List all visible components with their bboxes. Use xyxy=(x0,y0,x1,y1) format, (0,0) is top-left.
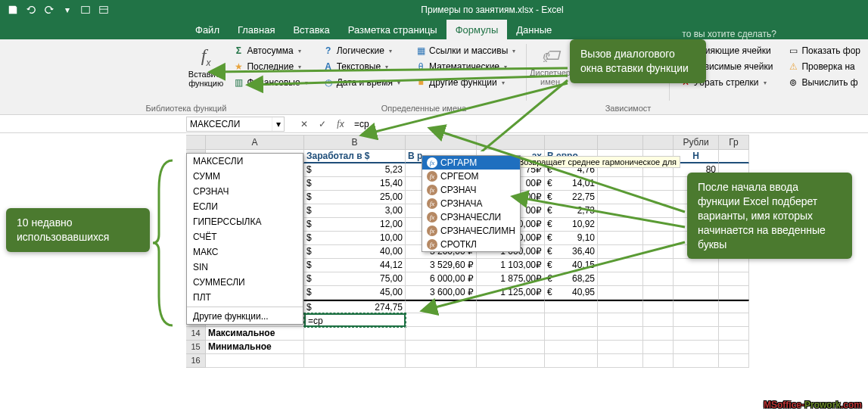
bracket-icon xyxy=(151,159,174,327)
active-cell[interactable]: =ср xyxy=(304,313,406,327)
fx-icon: fx xyxy=(427,171,437,182)
tab-formulas[interactable]: Формулы xyxy=(446,20,508,39)
recent-button[interactable]: ★Последние▾ xyxy=(230,60,310,73)
show-formulas-button[interactable]: ▭Показать фор xyxy=(785,44,863,58)
qat-icon3[interactable] xyxy=(95,2,112,18)
mru-item[interactable]: СРЗНАЧ xyxy=(187,184,303,199)
tab-home[interactable]: Главная xyxy=(229,20,284,39)
suggest-item[interactable]: fxСРЗНАЧЕСЛИМН xyxy=(422,224,520,238)
mru-item[interactable]: ГИПЕРССЫЛКА xyxy=(187,214,303,229)
lookup-button[interactable]: ▦Ссылки и массивы▾ xyxy=(412,44,518,58)
fx-icon: fx xyxy=(427,185,437,195)
col-header-I[interactable]: Гр xyxy=(719,135,749,150)
group-label-audit: Зависимост xyxy=(530,104,726,113)
recent-functions-dropdown: МАКСЕСЛИСУММСРЗНАЧЕСЛИГИПЕРССЫЛКАСЧЁТМАК… xyxy=(186,153,303,325)
save-icon[interactable] xyxy=(5,2,21,18)
undo-icon[interactable] xyxy=(23,2,39,18)
evaluate-button[interactable]: ⊚Вычислить ф xyxy=(785,76,863,89)
more-icon: ■ xyxy=(415,77,426,88)
redo-icon[interactable] xyxy=(41,2,58,18)
formula-input[interactable] xyxy=(350,117,868,132)
mru-item[interactable]: ПЛТ xyxy=(187,290,303,305)
warn-icon: ⚠ xyxy=(788,61,798,72)
mru-item[interactable]: SIN xyxy=(187,260,303,275)
tab-insert[interactable]: Вставка xyxy=(284,20,338,39)
col-header-A[interactable]: A xyxy=(206,135,304,150)
suggest-item[interactable]: fxСРГАРМ xyxy=(422,156,520,170)
fx-button[interactable]: fx xyxy=(331,117,350,132)
mru-item[interactable]: СЧЁТ xyxy=(187,229,303,244)
callout-autocomplete: После начала ввода функции Excel подбере… xyxy=(687,173,852,259)
show-icon: ▭ xyxy=(788,45,798,56)
accept-formula-button[interactable]: ✓ xyxy=(313,117,331,132)
financial-button[interactable]: ▥Финансовые▾ xyxy=(230,76,310,89)
fx-icon: fx xyxy=(427,157,437,168)
theta-icon: θ xyxy=(415,61,426,72)
tab-file[interactable]: Файл xyxy=(186,20,229,39)
tag-icon: 🏷 xyxy=(541,45,559,67)
watermark: MSoffice-Prowork.com xyxy=(764,393,862,412)
tab-layout[interactable]: Разметка страницы xyxy=(339,20,446,39)
clock-icon: ◷ xyxy=(323,77,334,88)
name-box-dropdown[interactable]: ▾ xyxy=(272,117,284,131)
eval-icon: ⊚ xyxy=(788,77,798,88)
suggest-item[interactable]: fxСРЗНАЧА xyxy=(422,197,520,210)
fx-icon: fx xyxy=(427,198,437,209)
logical-icon: ? xyxy=(323,45,334,56)
function-autocomplete: fxСРГАРМfxСРГЕОМfxСРЗНАЧfxСРЗНАЧАfxСРЗНА… xyxy=(422,155,521,252)
more-functions-item[interactable]: Другие функции... xyxy=(187,309,303,324)
group-label-names: Определенные имена xyxy=(348,104,499,113)
autosum-button[interactable]: ΣАвтосумма▾ xyxy=(230,44,310,58)
fx-icon: fx xyxy=(427,239,437,250)
mru-item[interactable]: СУММЕСЛИ xyxy=(187,275,303,290)
financial-icon: ▥ xyxy=(233,77,244,88)
cancel-formula-button[interactable]: ✕ xyxy=(295,117,313,132)
fx-icon: fx xyxy=(201,45,211,68)
suggest-item[interactable]: fxСРЗНАЧ xyxy=(422,183,520,197)
svg-rect-1 xyxy=(100,7,108,14)
star-icon: ★ xyxy=(233,61,244,72)
mru-item[interactable]: СУММ xyxy=(187,169,303,184)
suggest-item[interactable]: fxСРЗНАЧЕСЛИ xyxy=(422,210,520,224)
name-box[interactable]: МАКСЕСЛИ ▾ xyxy=(186,117,285,132)
mru-item[interactable]: ЕСЛИ xyxy=(187,199,303,214)
mru-item[interactable]: МАКСЕСЛИ xyxy=(187,154,303,169)
date-button[interactable]: ◷Дата и время▾ xyxy=(320,76,403,89)
col-header-H[interactable]: Рубли xyxy=(674,135,719,150)
math-button[interactable]: θМатематические▾ xyxy=(412,60,518,73)
qat-icon2[interactable] xyxy=(77,2,94,18)
function-description: Возвращает среднее гармоническое для xyxy=(515,156,680,168)
callout-recent: 10 недавно использовавшихся xyxy=(6,208,150,252)
error-check-button[interactable]: ⚠Проверка на xyxy=(785,60,863,73)
fx-icon: fx xyxy=(427,226,437,236)
suggest-item[interactable]: fxСРОТКЛ xyxy=(422,238,520,251)
qat-icon[interactable]: ▾ xyxy=(59,2,76,18)
tab-data[interactable]: Данные xyxy=(507,20,561,39)
logical-button[interactable]: ?Логические▾ xyxy=(320,44,403,58)
tell-me[interactable]: то вы хотите сделать? xyxy=(682,29,776,39)
sigma-icon: Σ xyxy=(233,45,244,56)
col-header-B[interactable]: B xyxy=(304,135,406,150)
window-title: Примеры по занятиям.xlsx - Excel xyxy=(117,5,868,15)
lookup-icon: ▦ xyxy=(415,45,426,56)
text-button[interactable]: AТекстовые▾ xyxy=(320,60,403,73)
svg-rect-0 xyxy=(82,7,90,14)
callout-dialog: Вызов диалогового окна вставки функции xyxy=(570,39,706,83)
fx-icon: fx xyxy=(427,212,437,223)
text-icon: A xyxy=(323,61,334,72)
suggest-item[interactable]: fxСРГЕОМ xyxy=(422,170,520,183)
more-fn-button[interactable]: ■Другие функции▾ xyxy=(412,76,518,89)
mru-item[interactable]: МАКС xyxy=(187,244,303,260)
group-label-library: Библиотека функций xyxy=(35,104,338,113)
